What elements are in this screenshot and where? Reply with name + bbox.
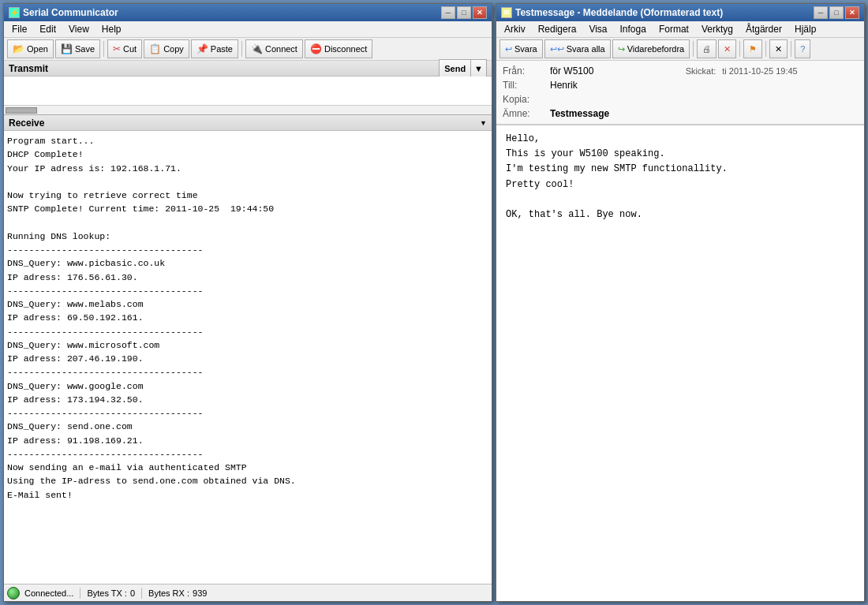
receive-section: Receive ▼ Program start... DHCP Complete…	[4, 115, 492, 584]
email-window-icon: ✉	[501, 7, 512, 18]
email-menu-hjalp[interactable]: Hjälp	[788, 22, 822, 36]
toolbar-sep-2	[241, 41, 242, 57]
email-toolbar-sep-1	[693, 41, 694, 57]
email-title-buttons: ─ □ ✕	[814, 6, 859, 19]
from-label: Från:	[503, 65, 550, 77]
subject-row: Ämne: Testmessage	[503, 106, 858, 121]
email-menu-format[interactable]: Format	[653, 22, 695, 36]
email-toolbar-sep-3	[765, 41, 766, 57]
email-title-text: Testmessage - Meddelande (Oformaterad te…	[515, 7, 723, 18]
sent-label: Skickat:	[686, 66, 716, 76]
connection-indicator	[7, 587, 20, 599]
menu-help[interactable]: Help	[95, 22, 128, 36]
email-title-bar-left: ✉ Testmessage - Meddelande (Oformaterad …	[501, 7, 723, 18]
send-button[interactable]: Send ▼	[439, 59, 487, 78]
status-sep-2	[141, 588, 142, 599]
bytes-tx-label: Bytes TX :	[87, 588, 127, 598]
help-button[interactable]: ?	[795, 39, 810, 58]
cc-label: Kopia:	[503, 94, 550, 105]
menu-edit[interactable]: Edit	[33, 22, 62, 36]
serial-window-icon: ⚡	[9, 7, 20, 18]
email-menu-verktyg[interactable]: Verktyg	[695, 22, 739, 36]
save-button[interactable]: 💾 Save	[55, 39, 100, 58]
cc-row: Kopia:	[503, 92, 858, 106]
to-row: Till: Henrik	[503, 78, 858, 92]
sent-value: ti 2011-10-25 19:45	[722, 66, 858, 76]
email-toolbar-sep-2	[739, 41, 740, 57]
close-email-button[interactable]: ✕	[769, 39, 788, 58]
send-controls: Send ▼	[439, 59, 487, 78]
maximize-button[interactable]: □	[457, 6, 471, 19]
bytes-rx-label: Bytes RX :	[148, 588, 189, 598]
connection-status: Connected...	[24, 588, 73, 598]
serial-title-bar: ⚡ Serial Communicator ─ □ ✕	[4, 4, 492, 21]
copy-icon: 📋	[149, 43, 161, 54]
email-menu-redigera[interactable]: Redigera	[532, 22, 583, 36]
cut-button[interactable]: ✂ Cut	[107, 39, 142, 58]
email-headers: Från: för W5100 Skickat: ti 2011-10-25 1…	[496, 61, 864, 125]
delete-icon: ✕	[724, 44, 731, 54]
transmit-input[interactable]	[6, 79, 490, 103]
email-menu-arkiv[interactable]: Arkiv	[498, 22, 532, 36]
serial-menu-bar: File Edit View Help	[4, 21, 492, 38]
reply-all-button[interactable]: ↩↩ Svara alla	[544, 39, 611, 58]
email-menu-visa[interactable]: Visa	[582, 22, 613, 36]
paste-button[interactable]: 📌 Paste	[191, 39, 238, 58]
menu-view[interactable]: View	[62, 22, 95, 36]
minimize-button[interactable]: ─	[441, 6, 455, 19]
delete-button[interactable]: ✕	[718, 39, 736, 58]
save-icon: 💾	[61, 43, 73, 54]
title-bar-left: ⚡ Serial Communicator	[9, 7, 118, 18]
receive-header: Receive ▼	[4, 115, 492, 131]
from-value: för W5100	[550, 65, 686, 77]
email-menu-atgarder[interactable]: Åtgärder	[739, 22, 788, 36]
send-dropdown-arrow[interactable]: ▼	[470, 60, 486, 77]
connect-button[interactable]: 🔌 Connect	[245, 39, 303, 58]
copy-button[interactable]: 📋 Copy	[144, 39, 189, 58]
connect-icon: 🔌	[251, 43, 263, 54]
transmit-scrollbar[interactable]	[4, 105, 492, 114]
email-body: Hello, This is your W5100 speaking. I'm …	[496, 125, 864, 601]
to-label: Till:	[503, 80, 550, 91]
flag-icon: ⚑	[749, 44, 757, 54]
transmit-scroll-thumb[interactable]	[6, 107, 37, 114]
subject-value: Testmessage	[550, 108, 858, 119]
email-menu-bar: Arkiv Redigera Visa Infoga Format Verkty…	[496, 21, 864, 38]
receive-dropdown-arrow[interactable]: ▼	[480, 119, 487, 127]
menu-file[interactable]: File	[6, 22, 33, 36]
print-icon: 🖨	[702, 44, 711, 54]
email-toolbar: ↩ Svara ↩↩ Svara alla ↪ Vidarebefordra 🖨…	[496, 38, 864, 61]
open-icon: 📂	[13, 43, 24, 54]
disconnect-button[interactable]: ⛔ Disconnect	[305, 39, 372, 58]
receive-label: Receive	[9, 118, 44, 129]
flag-button[interactable]: ⚑	[743, 39, 762, 58]
email-maximize-button[interactable]: □	[829, 6, 844, 19]
open-button[interactable]: 📂 Open	[7, 39, 54, 58]
serial-title-buttons: ─ □ ✕	[441, 6, 487, 19]
forward-icon: ↪	[618, 44, 625, 54]
email-menu-infoga[interactable]: Infoga	[614, 22, 653, 36]
transmit-section: Transmit Send ▼	[4, 61, 492, 115]
email-toolbar-sep-4	[791, 41, 791, 57]
reply-all-icon: ↩↩	[550, 44, 564, 54]
forward-button[interactable]: ↪ Vidarebefordra	[612, 39, 690, 58]
close-button[interactable]: ✕	[473, 6, 487, 19]
serial-title-text: Serial Communicator	[23, 7, 118, 18]
serial-communicator-window: ⚡ Serial Communicator ─ □ ✕ File Edit Vi…	[3, 3, 492, 602]
transmit-label: Transmit	[9, 63, 48, 74]
reply-icon: ↩	[505, 44, 512, 54]
subject-label: Ämne:	[503, 108, 550, 119]
email-title-bar: ✉ Testmessage - Meddelande (Oformaterad …	[496, 4, 864, 21]
disconnect-icon: ⛔	[310, 43, 322, 54]
email-minimize-button[interactable]: ─	[814, 6, 828, 19]
reply-button[interactable]: ↩ Svara	[499, 39, 543, 58]
cut-icon: ✂	[113, 43, 121, 54]
email-close-button[interactable]: ✕	[845, 6, 859, 19]
receive-content: Program start... DHCP Complete! Your IP …	[4, 131, 492, 584]
close-email-icon: ✕	[775, 44, 782, 54]
to-value: Henrik	[550, 80, 858, 91]
print-button[interactable]: 🖨	[697, 39, 716, 58]
from-row: Från: för W5100 Skickat: ti 2011-10-25 1…	[503, 64, 858, 78]
paste-icon: 📌	[196, 43, 208, 54]
bytes-tx-value: 0	[130, 588, 135, 598]
